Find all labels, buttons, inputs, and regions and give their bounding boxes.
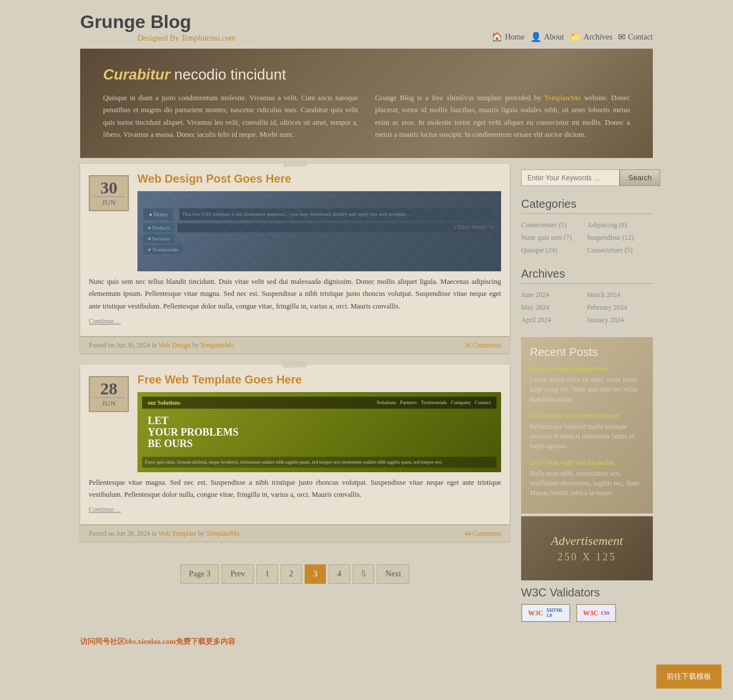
- recent-post-1: Donec molestie aliquet nisi Lorem ipsum …: [530, 365, 644, 405]
- recent-posts-section: Recent Posts Donec molestie aliquet nisi…: [521, 337, 653, 513]
- cat-item[interactable]: Adipiscing (8): [587, 220, 653, 231]
- home-icon: 🏠: [491, 31, 503, 42]
- ad-title: Advertisement: [533, 533, 641, 548]
- nav-home[interactable]: 🏠 Home: [491, 31, 525, 42]
- archives-section: Archives June 2024 March 2024 May 2024 F…: [521, 267, 653, 326]
- page-info: Page 3: [180, 564, 219, 584]
- recent-post-3-excerpt: Nulla enim nibh, consectetuer sed, vesti…: [530, 469, 644, 499]
- pagination: Page 3 Prev 1 2 3 4 5 Next: [80, 553, 510, 595]
- archives-title: Archives: [521, 267, 653, 284]
- w3c-badges: W3C XHTML 1.0 W3C CSS: [521, 604, 653, 622]
- arch-item[interactable]: April 2024: [521, 315, 587, 326]
- ad-size: 250 X 125: [533, 551, 641, 563]
- hero-title: Curabitur necodio tincidunt: [103, 66, 630, 84]
- next-button[interactable]: Next: [377, 564, 409, 584]
- post-1-author[interactable]: TemplateMo: [200, 342, 234, 349]
- arch-item[interactable]: May 2024: [521, 302, 587, 313]
- post-1-image: ● Home This free CSS template is for ill…: [137, 191, 501, 271]
- recent-post-2-link[interactable]: Sed eu nunc quis pede tristique: [530, 412, 644, 420]
- w3c-css-badge[interactable]: W3C CSS: [576, 604, 616, 622]
- cat-item[interactable]: Nunc quis sem (7): [521, 232, 587, 243]
- page-1-button[interactable]: 1: [257, 564, 278, 584]
- post-1-continue[interactable]: Continue…: [89, 317, 501, 326]
- arch-item[interactable]: January 2024: [587, 315, 653, 326]
- site-title: Grunge Blog: [80, 11, 653, 33]
- post-2-comments[interactable]: 44 Comments: [464, 530, 501, 537]
- post-2-body: Pellentesque vitae magna. Sed nec est. S…: [89, 477, 501, 501]
- post-2: 28 JUN Free Web Template Goes Here our S…: [80, 365, 510, 542]
- templatemo-link[interactable]: TemplateMo: [545, 94, 581, 102]
- post-1-title[interactable]: Web Design Post Goes Here: [137, 172, 501, 185]
- post-1-meta: Posted on Jun 30, 2024 in Web Design by …: [80, 336, 510, 353]
- page-5-button[interactable]: 5: [353, 564, 374, 584]
- archives-list: June 2024 March 2024 May 2024 February 2…: [521, 290, 653, 326]
- advertisement-box[interactable]: Advertisement 250 X 125: [521, 516, 653, 580]
- search-button[interactable]: Search: [620, 169, 660, 186]
- watermark: 访问同号社区bbs.xienlao.com免费下载更多内容: [0, 634, 733, 652]
- nav-archives[interactable]: 📁 Archives: [570, 31, 613, 42]
- person-icon: 👤: [530, 31, 542, 42]
- nav-contact[interactable]: ✉ Contact: [618, 31, 653, 42]
- post-1-category[interactable]: Web Design: [159, 342, 191, 349]
- recent-posts-title: Recent Posts: [530, 346, 644, 359]
- post-2-image: our Solutions Solutions Partners Testimo…: [137, 392, 501, 472]
- nav-about[interactable]: 👤 About: [530, 31, 564, 42]
- categories-section: Categories Consectetuer (5) Adipiscing (…: [521, 197, 653, 256]
- cat-item[interactable]: Consectetuer (5): [587, 245, 653, 256]
- cat-item[interactable]: Suspendisse (12): [587, 232, 653, 243]
- search-input[interactable]: [521, 169, 620, 186]
- folder-icon: 📁: [570, 31, 581, 42]
- hero-right-text: Grunge Blog is a free xhtml/css template…: [375, 92, 630, 141]
- w3c-xhtml-badge[interactable]: W3C XHTML 1.0: [521, 604, 570, 622]
- w3c-title: W3C Validators: [521, 586, 653, 599]
- recent-post-3-link[interactable]: Duis vitae velit sed dui males: [530, 458, 644, 467]
- w3c-section: W3C Validators W3C XHTML 1.0 W3C CSS: [521, 586, 653, 622]
- post-1-comments[interactable]: 36 Comments: [464, 342, 501, 349]
- recent-post-3: Duis vitae velit sed dui males Nulla eni…: [530, 458, 644, 499]
- post-2-date: 28 JUN: [89, 376, 129, 412]
- post-2-author[interactable]: TemplateMo: [206, 530, 240, 537]
- page-3-button[interactable]: 3: [305, 564, 326, 584]
- arch-item[interactable]: March 2024: [587, 290, 653, 300]
- arch-item[interactable]: February 2024: [587, 302, 653, 313]
- hero-left-text: Quisque in diam a justo condimentum mole…: [103, 92, 358, 141]
- cat-item[interactable]: Quisque (24): [521, 245, 587, 256]
- page-4-button[interactable]: 4: [329, 564, 350, 584]
- arch-item[interactable]: June 2024: [521, 290, 587, 300]
- recent-post-2: Sed eu nunc quis pede tristique Pellente…: [530, 412, 644, 452]
- mail-icon: ✉: [618, 31, 625, 42]
- prev-button[interactable]: Prev: [222, 564, 254, 584]
- post-2-meta: Posted on Jun 28, 2024 in Web Template b…: [80, 524, 510, 541]
- post-1-date: 30 JUN: [89, 175, 129, 211]
- post-2-continue[interactable]: Continue…: [89, 505, 501, 514]
- cat-item[interactable]: Consectetuer (5): [521, 220, 587, 231]
- categories-title: Categories: [521, 197, 653, 214]
- post-1: 30 JUN Web Design Post Goes Here ● Home …: [80, 164, 510, 353]
- recent-post-2-excerpt: Pellentesque habitant morbi tristique se…: [530, 422, 644, 452]
- post-2-title[interactable]: Free Web Template Goes Here: [137, 373, 501, 386]
- categories-list: Consectetuer (5) Adipiscing (8) Nunc qui…: [521, 220, 653, 256]
- post-2-category[interactable]: Web Template: [159, 530, 196, 537]
- search-box: Search: [521, 169, 653, 186]
- recent-post-1-link[interactable]: Donec molestie aliquet nisi: [530, 365, 644, 373]
- post-1-body: Nunc quis sem nec tellus blandit tincidu…: [89, 276, 501, 313]
- page-2-button[interactable]: 2: [281, 564, 302, 584]
- recent-post-1-excerpt: Lorem ipsum dolor sit amet, conse tetuer…: [530, 375, 644, 405]
